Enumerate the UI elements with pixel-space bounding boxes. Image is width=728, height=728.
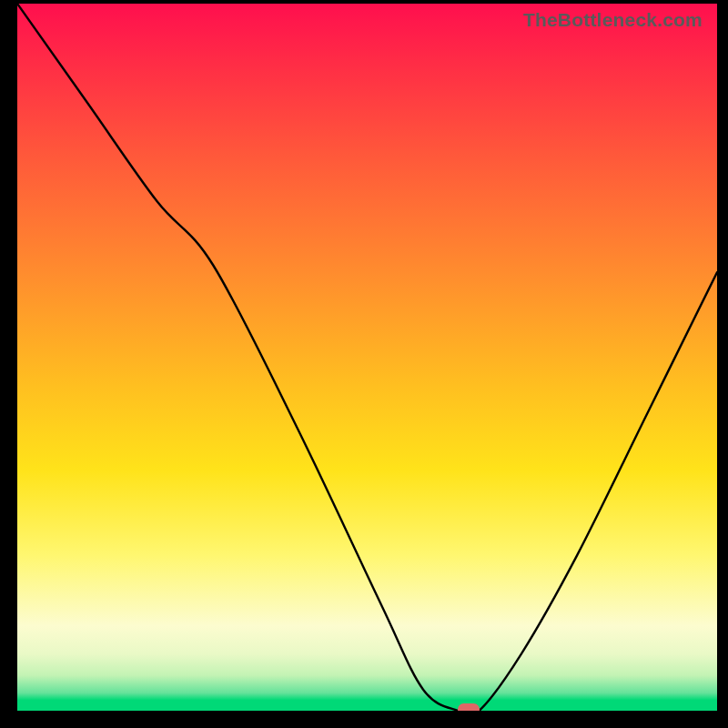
chart-frame: TheBottleneck.com <box>0 0 728 728</box>
optimal-marker <box>458 703 480 711</box>
plot-area: TheBottleneck.com <box>17 4 717 711</box>
bottleneck-curve <box>17 4 717 711</box>
